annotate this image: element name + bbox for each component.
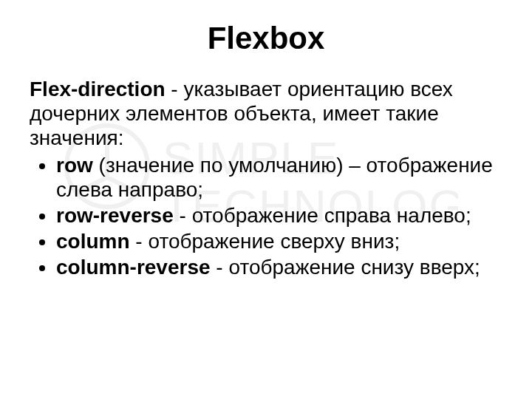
item-desc: - отображение справа налево; [174, 204, 471, 227]
item-desc: (значение по умолчанию) – отображение сл… [56, 154, 493, 201]
lead-paragraph: Flex-direction - указывает ориентацию вс… [30, 77, 502, 150]
item-keyword: column-reverse [56, 256, 211, 279]
item-desc: - отображение снизу вверх; [211, 256, 480, 279]
item-keyword: row [56, 154, 93, 177]
slide-content: Flexbox Flex-direction - указывает ориен… [0, 0, 532, 279]
item-keyword: row-reverse [56, 204, 174, 227]
list-item: column-reverse - отображение снизу вверх… [56, 255, 502, 279]
list-item: row-reverse - отображение справа налево; [56, 203, 502, 228]
value-list: row (значение по умолчанию) – отображени… [30, 153, 502, 279]
list-item: column - отображение сверху вниз; [56, 229, 502, 253]
lead-term: Flex-direction [30, 78, 166, 100]
list-item: row (значение по умолчанию) – отображени… [56, 153, 502, 202]
item-keyword: column [56, 230, 130, 253]
slide: SIMPLE TECHNOLOGY Flexbox Flex-direction… [0, 0, 532, 399]
item-desc: - отображение сверху вниз; [130, 230, 400, 253]
slide-title: Flexbox [30, 21, 502, 56]
